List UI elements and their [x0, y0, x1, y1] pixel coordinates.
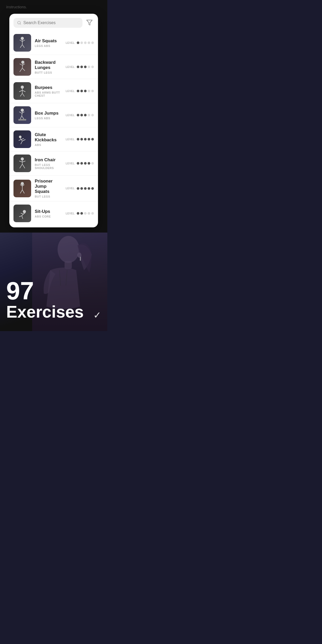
level-dot-3	[84, 41, 87, 44]
top-area: instructions.	[0, 0, 107, 233]
exercise-name: Backward Lunges	[35, 60, 62, 70]
svg-point-52	[58, 236, 79, 263]
exercise-name: Burpees	[35, 85, 62, 90]
level-dot-4	[88, 212, 90, 215]
level-dot-3	[84, 162, 87, 165]
exercise-thumbnail	[13, 130, 31, 148]
exercise-modal-card: Air Squats LEGS ABS LEVEL Backward Lunge…	[9, 14, 98, 227]
svg-line-14	[22, 68, 25, 71]
svg-line-5	[20, 40, 22, 41]
level-dot-3	[84, 90, 87, 92]
svg-line-31	[21, 138, 24, 139]
level-label: LEVEL	[66, 90, 75, 93]
search-input-wrapper[interactable]	[13, 18, 82, 28]
exercise-tags: ABS ARMS BUTT CHEST	[35, 91, 62, 97]
svg-point-40	[21, 182, 24, 185]
level-dot-4	[88, 138, 90, 141]
svg-line-1	[20, 24, 21, 24]
level-dots	[77, 162, 94, 165]
exercise-thumbnail	[13, 34, 31, 52]
exercise-tags: ABS	[35, 143, 62, 146]
level-dot-1	[77, 138, 79, 141]
level-label: LEVEL	[66, 66, 75, 68]
exercise-tags: BUT LEGS SHOULDERS	[35, 163, 62, 170]
exercise-item[interactable]: Air Squats LEGS ABS LEVEL	[9, 31, 98, 55]
exercise-item[interactable]: Backward Lunges BUTT LEGS LEVEL	[9, 55, 98, 79]
exercise-item[interactable]: Burpees ABS ARMS BUTT CHEST LEVEL	[9, 79, 98, 103]
svg-line-6	[22, 40, 25, 41]
svg-line-13	[20, 68, 22, 72]
level-dot-2	[80, 212, 83, 215]
level-dot-4	[88, 162, 90, 165]
exercise-info: Air Squats LEGS ABS	[35, 38, 62, 47]
level-dot-4	[88, 90, 90, 92]
level-dot-2	[80, 41, 83, 44]
exercise-thumbnail	[13, 106, 31, 124]
level-dot-4	[88, 114, 90, 116]
exercise-level: LEVEL	[66, 138, 94, 141]
exercise-info: Sit-Ups ABS CORE	[35, 209, 62, 218]
svg-line-45	[22, 190, 24, 193]
level-label: LEVEL	[66, 212, 75, 215]
level-dots	[77, 114, 94, 116]
svg-line-20	[22, 93, 24, 96]
filter-button[interactable]	[85, 18, 94, 28]
svg-line-48	[21, 213, 23, 214]
level-dot-5	[91, 66, 94, 68]
svg-line-8	[22, 45, 24, 48]
exercise-info: Burpees ABS ARMS BUTT CHEST	[35, 85, 62, 97]
level-dot-4	[88, 41, 90, 44]
exercise-item[interactable]: Glute Kickbacks ABS LEVEL	[9, 127, 98, 151]
exercise-level: LEVEL	[66, 212, 94, 215]
level-dot-1	[77, 162, 79, 165]
level-dot-5	[91, 212, 94, 215]
level-dots	[77, 138, 94, 141]
level-dots	[77, 212, 94, 215]
exercise-item[interactable]: Box Jumps LEGS ABS LEVEL	[9, 103, 98, 127]
svg-line-23	[19, 112, 22, 113]
exercise-item[interactable]: Iron Chair BUT LEGS SHOULDERS LEVEL	[9, 151, 98, 176]
svg-line-18	[22, 90, 25, 92]
level-dot-1	[77, 187, 79, 190]
level-dot-5	[91, 187, 94, 190]
level-dot-1	[77, 66, 79, 68]
level-dots	[77, 66, 94, 68]
svg-line-19	[20, 93, 22, 96]
exercise-info: Backward Lunges BUTT LEGS	[35, 60, 62, 74]
filter-icon	[86, 19, 93, 26]
level-dot-2	[80, 66, 83, 68]
exercise-tags: BUT LEGS	[35, 195, 62, 198]
level-dot-1	[77, 90, 79, 92]
level-label: LEVEL	[66, 187, 75, 190]
exercise-item[interactable]: Sit-Ups ABS CORE LEVEL	[9, 201, 98, 225]
search-icon	[17, 21, 21, 25]
exercise-info: Prisoner Jump Squats BUT LEGS	[35, 179, 62, 198]
level-dot-4	[88, 187, 90, 190]
svg-point-28	[19, 136, 22, 138]
exercise-tags: LEGS ABS	[35, 44, 62, 47]
exercise-level: LEVEL	[66, 187, 94, 190]
exercise-name: Iron Chair	[35, 157, 62, 163]
search-input[interactable]	[23, 20, 79, 25]
level-dot-4	[88, 66, 90, 68]
level-dot-1	[77, 41, 79, 44]
level-label: LEVEL	[66, 41, 75, 44]
exercise-item[interactable]: Prisoner Jump Squats BUT LEGS LEVEL	[9, 176, 98, 201]
exercise-name: Box Jumps	[35, 111, 62, 116]
hero-checkmark[interactable]: ✓	[93, 310, 101, 321]
exercise-level: LEVEL	[66, 66, 94, 68]
level-label: LEVEL	[66, 114, 75, 117]
exercise-thumbnail	[13, 155, 31, 172]
hero-subtitle: Exercises	[6, 303, 101, 321]
svg-line-51	[22, 216, 23, 219]
exercise-thumbnail	[13, 82, 31, 100]
exercise-list: Air Squats LEGS ABS LEVEL Backward Lunge…	[9, 31, 98, 225]
svg-line-36	[19, 161, 22, 162]
svg-line-32	[21, 141, 22, 144]
level-dot-1	[77, 114, 79, 116]
svg-line-30	[19, 139, 21, 141]
instructions-text: instructions.	[6, 4, 101, 10]
exercise-thumbnail	[13, 58, 31, 76]
svg-line-22	[22, 112, 22, 116]
svg-point-21	[21, 109, 24, 112]
